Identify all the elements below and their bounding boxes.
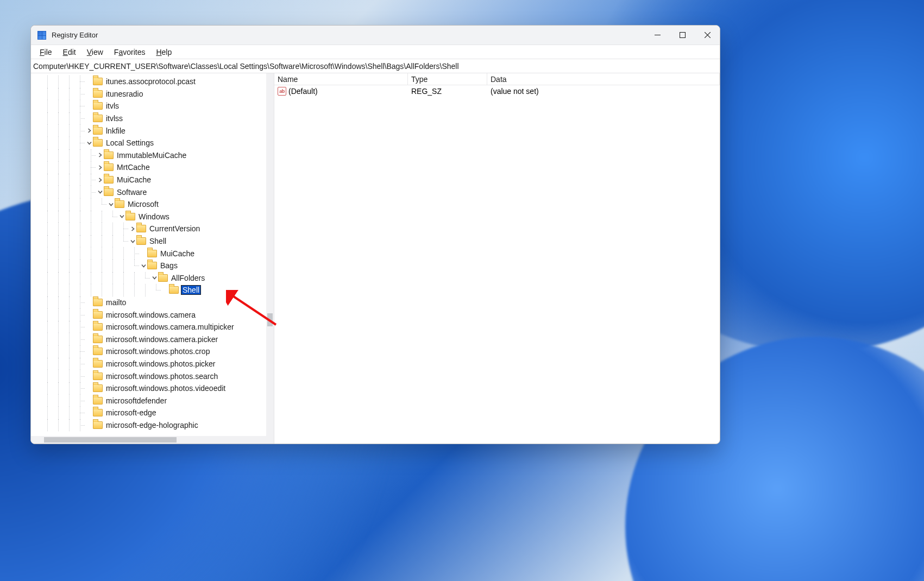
folder-icon xyxy=(93,78,103,85)
chevron-down-icon[interactable] xyxy=(140,260,147,271)
folder-icon xyxy=(136,237,146,245)
app-icon xyxy=(37,31,46,40)
value-row[interactable]: ab(Default)REG_SZ(value not set) xyxy=(274,85,720,97)
chevron-down-icon[interactable] xyxy=(150,272,158,284)
tree-node[interactable]: itunes.assocprotocol.pcast xyxy=(31,75,274,88)
folder-icon xyxy=(93,90,103,98)
chevron-down-icon[interactable] xyxy=(96,186,104,198)
tree-node-label: itvls xyxy=(105,102,120,110)
tree-node[interactable]: microsoft.windows.camera.multipicker xyxy=(31,321,274,333)
chevron-down-icon[interactable] xyxy=(107,198,115,210)
menu-favorites[interactable]: Favorites xyxy=(109,47,151,58)
tree-node-label: microsoftdefender xyxy=(105,396,168,405)
tree-node[interactable]: MuiCache xyxy=(31,174,274,186)
tree-node[interactable]: itunesradio xyxy=(31,88,274,100)
menu-help[interactable]: Help xyxy=(150,47,177,58)
tree-node[interactable]: microsoft.windows.photos.search xyxy=(31,370,274,382)
tree-node-label: Shell xyxy=(148,237,167,245)
minimize-button[interactable] xyxy=(645,26,670,45)
tree-node[interactable]: microsoft.windows.camera.picker xyxy=(31,333,274,345)
value-name: (Default) xyxy=(288,87,318,96)
tree-node[interactable]: microsoft.windows.camera xyxy=(31,308,274,321)
chevron-down-icon[interactable] xyxy=(85,137,93,149)
folder-icon xyxy=(93,311,103,319)
tree-node-label: MuiCache xyxy=(116,175,152,184)
chevron-down-icon[interactable] xyxy=(118,211,125,223)
tree-node[interactable]: microsoft-edge xyxy=(31,407,274,419)
tree-node[interactable]: itvls xyxy=(31,100,274,112)
tree-node[interactable]: microsoft.windows.photos.picker xyxy=(31,358,274,370)
tree-vertical-scrollbar[interactable] xyxy=(266,73,274,436)
tree-node-label[interactable]: Shell xyxy=(181,285,201,295)
tree-node-label: itvlss xyxy=(105,114,124,123)
folder-icon xyxy=(93,102,103,110)
chevron-right-icon[interactable] xyxy=(85,125,93,137)
tree-node[interactable]: itvlss xyxy=(31,112,274,125)
tree-node-label: AllFolders xyxy=(170,274,206,282)
folder-icon xyxy=(93,348,103,355)
folder-icon xyxy=(104,176,114,184)
address-text: Computer\HKEY_CURRENT_USER\Software\Clas… xyxy=(33,62,459,71)
tree-node[interactable]: CurrentVersion xyxy=(31,223,274,235)
tree-node[interactable]: Local Settings xyxy=(31,137,274,149)
tree-node-label: Windows xyxy=(137,212,171,221)
menubar: File Edit View Favorites Help xyxy=(31,45,720,59)
menu-edit[interactable]: Edit xyxy=(58,47,81,58)
tree-node[interactable]: microsoftdefender xyxy=(31,394,274,407)
menu-view[interactable]: View xyxy=(81,47,109,58)
tree-node[interactable]: microsoft.windows.photos.crop xyxy=(31,345,274,358)
address-bar[interactable]: Computer\HKEY_CURRENT_USER\Software\Clas… xyxy=(31,59,720,73)
folder-icon xyxy=(169,286,179,294)
tree-node[interactable]: ImmutableMuiCache xyxy=(31,149,274,162)
column-header-type[interactable]: Type xyxy=(408,73,487,85)
value-data: (value not set) xyxy=(487,87,720,96)
tree-node-label: Software xyxy=(116,188,148,197)
tree-horizontal-scrollbar[interactable] xyxy=(31,436,274,444)
tree-node-label: Microsoft xyxy=(127,200,160,209)
window-title: Registry Editor xyxy=(52,31,98,39)
key-tree[interactable]: itunes.assocprotocol.pcastitunesradioitv… xyxy=(31,73,274,436)
tree-node-label: ImmutableMuiCache xyxy=(116,151,187,160)
column-headers: Name Type Data xyxy=(274,73,720,85)
folder-icon xyxy=(136,225,146,232)
tree-node[interactable]: lnkfile xyxy=(31,124,274,137)
folder-icon xyxy=(125,213,135,220)
tree-node[interactable]: Bags xyxy=(31,260,274,272)
tree-node-label: microsoft.windows.camera.multipicker xyxy=(105,323,235,331)
tree-node[interactable]: MuiCache xyxy=(31,247,274,260)
tree-node[interactable]: Software xyxy=(31,186,274,198)
tree-node-label: itunes.assocprotocol.pcast xyxy=(105,77,197,86)
column-header-data[interactable]: Data xyxy=(487,73,720,85)
tree-node-label: microsoft.windows.photos.crop xyxy=(105,347,211,356)
close-button[interactable] xyxy=(695,26,720,45)
tree-node[interactable]: Shell xyxy=(31,284,274,296)
tree-node-label: lnkfile xyxy=(105,127,127,135)
scrollbar-thumb[interactable] xyxy=(267,313,273,326)
chevron-right-icon[interactable] xyxy=(96,149,104,161)
chevron-right-icon[interactable] xyxy=(129,223,136,235)
tree-node[interactable]: microsoft-edge-holographic xyxy=(31,419,274,432)
folder-icon xyxy=(104,163,114,171)
tree-node-label: mailto xyxy=(105,298,127,307)
tree-node[interactable]: Windows xyxy=(31,211,274,223)
tree-node[interactable]: Shell xyxy=(31,235,274,248)
tree-node[interactable]: Microsoft xyxy=(31,198,274,211)
scrollbar-thumb[interactable] xyxy=(44,437,177,443)
tree-node[interactable]: AllFolders xyxy=(31,272,274,285)
tree-node-label: Bags xyxy=(159,261,179,270)
tree-node[interactable]: MrtCache xyxy=(31,161,274,174)
folder-icon xyxy=(115,200,124,208)
maximize-button[interactable] xyxy=(670,26,695,45)
tree-node-label: microsoft-edge-holographic xyxy=(105,421,199,430)
folder-icon xyxy=(147,250,157,257)
tree-node[interactable]: mailto xyxy=(31,296,274,309)
titlebar[interactable]: Registry Editor xyxy=(31,26,720,45)
folder-icon xyxy=(93,139,103,147)
menu-file[interactable]: File xyxy=(34,47,58,58)
chevron-right-icon[interactable] xyxy=(96,174,104,186)
tree-node[interactable]: microsoft.windows.photos.videoedit xyxy=(31,382,274,395)
column-header-name[interactable]: Name xyxy=(274,73,408,85)
chevron-right-icon[interactable] xyxy=(96,161,104,173)
tree-node-label: microsoft.windows.photos.picker xyxy=(105,359,217,368)
chevron-down-icon[interactable] xyxy=(129,235,136,247)
